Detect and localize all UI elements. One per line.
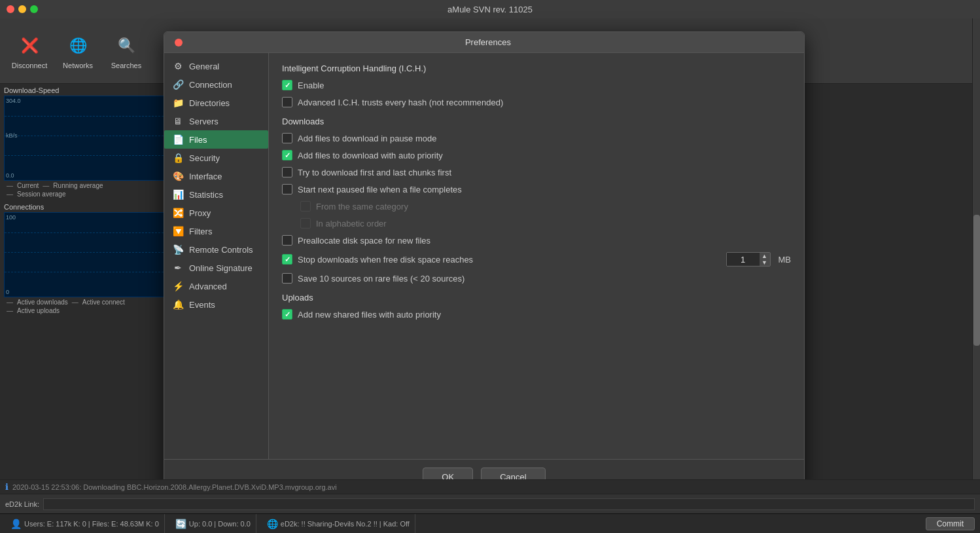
online-signature-icon: ✒ [172, 263, 184, 273]
status-label: eD2k Link: [5, 500, 39, 508]
checkbox-alpha-order-input[interactable] [300, 218, 311, 229]
sidebar-item-filters[interactable]: 🔽 Filters [164, 222, 268, 240]
ed2k-link-input[interactable] [43, 498, 975, 510]
checkbox-enable: Enable [282, 79, 791, 92]
sidebar-item-directories[interactable]: 📁 Directories [164, 94, 268, 112]
sidebar-label-proxy: Proxy [189, 208, 211, 218]
checkbox-alpha-order: In alphabetic order [300, 217, 791, 230]
checkbox-start-next: Start next paused file when a file compl… [282, 183, 791, 196]
sidebar-item-general[interactable]: ⚙ General [164, 57, 268, 75]
checkbox-stop-free-input[interactable] [282, 254, 292, 265]
free-space-spinbox: ▲ ▼ [726, 252, 771, 266]
spinbox-down-button[interactable]: ▼ [760, 259, 770, 266]
sidebar-item-online-signature[interactable]: ✒ Online Signature [164, 259, 268, 277]
checkbox-same-cat: From the same category [300, 200, 791, 213]
traffic-lights [7, 5, 38, 13]
dialog-overlay: Preferences ⚙ General 🔗 Connection 📁 Dir… [0, 18, 980, 494]
checkbox-prealloc-input[interactable] [282, 235, 292, 246]
checkbox-first-last-input[interactable] [282, 167, 292, 177]
bottom-bar: 👤 Users: E: 117k K: 0 | Files: E: 48.63M… [0, 513, 980, 533]
dialog-close-button[interactable] [175, 39, 183, 46]
checkbox-auto-priority-label: Add files to download with auto priority [298, 151, 443, 160]
sidebar-item-connection[interactable]: 🔗 Connection [164, 75, 268, 94]
users-status: Users: E: 117k K: 0 | Files: E: 48.63M K… [24, 520, 159, 528]
spinbox-up-button[interactable]: ▲ [760, 253, 770, 259]
checkbox-start-next-input[interactable] [282, 184, 292, 194]
checkbox-first-last-label: Try to download first and last chunks fi… [298, 168, 451, 177]
preferences-dialog: Preferences ⚙ General 🔗 Connection 📁 Dir… [164, 31, 805, 495]
checkbox-enable-input[interactable] [282, 80, 292, 90]
ed2k-icon: 🌐 [267, 519, 278, 529]
filters-icon: 🔽 [172, 226, 184, 236]
status-bar: eD2k Link: [0, 494, 980, 513]
checkbox-same-cat-input[interactable] [300, 201, 311, 211]
sidebar-label-interface: Interface [189, 172, 222, 181]
advanced-icon: ⚡ [172, 281, 184, 291]
sidebar-label-online-signature: Online Signature [189, 263, 253, 273]
files-icon: 📄 [172, 134, 184, 145]
sidebar-item-proxy[interactable]: 🔀 Proxy [164, 204, 268, 222]
sidebar-item-files[interactable]: 📄 Files [164, 130, 268, 149]
sidebar-label-servers: Servers [189, 117, 219, 126]
checkbox-first-last: Try to download first and last chunks fi… [282, 166, 791, 179]
general-icon: ⚙ [172, 61, 184, 71]
free-space-input[interactable] [727, 253, 760, 266]
transfer-icon: 🔄 [175, 519, 186, 529]
checkbox-prealloc: Preallocate disk space for new files [282, 234, 791, 247]
directories-icon: 📁 [172, 98, 184, 108]
sidebar-item-servers[interactable]: 🖥 Servers [164, 112, 268, 130]
events-icon: 🔔 [172, 299, 184, 310]
checkbox-adv-ich-label: Advanced I.C.H. trusts every hash (not r… [298, 98, 503, 107]
checkbox-pause-mode-input[interactable] [282, 133, 292, 143]
interface-icon: 🎨 [172, 171, 184, 181]
scrollbar-thumb[interactable] [973, 215, 980, 346]
checkbox-prealloc-label: Preallocate disk space for new files [298, 236, 430, 246]
updown-section: 🔄 Up: 0.0 | Down: 0.0 [170, 514, 256, 533]
sidebar-label-filters: Filters [189, 227, 212, 236]
uploads-section-header: Uploads [282, 293, 791, 303]
checkbox-auto-priority-ul-input[interactable] [282, 309, 292, 320]
sidebar-label-security: Security [189, 153, 220, 163]
log-icon: ℹ [5, 482, 9, 492]
minimize-icon[interactable] [18, 5, 26, 13]
sidebar-item-advanced[interactable]: ⚡ Advanced [164, 277, 268, 295]
checkbox-pause-mode-label: Add files to download in pause mode [298, 134, 436, 143]
scrollbar-track[interactable] [972, 18, 980, 479]
sidebar-item-remote-controls[interactable]: 📡 Remote Controls [164, 240, 268, 259]
checkbox-auto-priority-ul: Add new shared files with auto priority [282, 308, 791, 321]
statistics-icon: 📊 [172, 189, 184, 200]
checkbox-start-next-label: Start next paused file when a file compl… [298, 185, 462, 194]
checkbox-auto-priority-input[interactable] [282, 150, 292, 160]
connection-icon: 🔗 [172, 79, 184, 90]
sidebar-item-statistics[interactable]: 📊 Statistics [164, 185, 268, 204]
checkbox-adv-ich: Advanced I.C.H. trusts every hash (not r… [282, 96, 791, 109]
spinbox-buttons: ▲ ▼ [760, 253, 770, 266]
dialog-titlebar: Preferences [164, 32, 804, 53]
sidebar-item-events[interactable]: 🔔 Events [164, 295, 268, 314]
close-icon[interactable] [7, 5, 14, 13]
checkbox-save-sources-input[interactable] [282, 273, 292, 284]
zoom-icon[interactable] [30, 5, 38, 13]
sidebar-item-security[interactable]: 🔒 Security [164, 149, 268, 167]
sidebar-label-advanced: Advanced [189, 282, 227, 291]
checkbox-stop-free: Stop downloads when free disk space reac… [282, 251, 791, 268]
preferences-content: Intelligent Corruption Handling (I.C.H.)… [269, 53, 804, 459]
downloads-section-header: Downloads [282, 117, 791, 126]
proxy-icon: 🔀 [172, 208, 184, 218]
commit-button[interactable]: Commit [926, 517, 975, 530]
checkbox-pause-mode: Add files to download in pause mode [282, 132, 791, 145]
ed2k-section: 🌐 eD2k: !! Sharing-Devils No.2 !! | Kad:… [262, 514, 415, 533]
checkbox-alpha-order-label: In alphabetic order [316, 219, 387, 229]
checkbox-same-cat-label: From the same category [316, 202, 408, 211]
sidebar-label-statistics: Statistics [189, 190, 223, 200]
remote-controls-icon: 📡 [172, 244, 184, 255]
checkbox-enable-label: Enable [298, 81, 324, 90]
checkbox-adv-ich-input[interactable] [282, 97, 292, 107]
checkbox-save-sources-label: Save 10 sources on rare files (< 20 sour… [298, 274, 464, 284]
spinbox-unit: MB [779, 255, 792, 265]
sidebar-item-interface[interactable]: 🎨 Interface [164, 167, 268, 185]
dialog-body: ⚙ General 🔗 Connection 📁 Directories 🖥 S… [164, 53, 804, 459]
log-message: 2020-03-15 22:53:06: Downloading BBC.Hor… [12, 483, 337, 491]
sidebar-label-directories: Directories [189, 98, 230, 108]
sidebar-label-connection: Connection [189, 80, 232, 90]
